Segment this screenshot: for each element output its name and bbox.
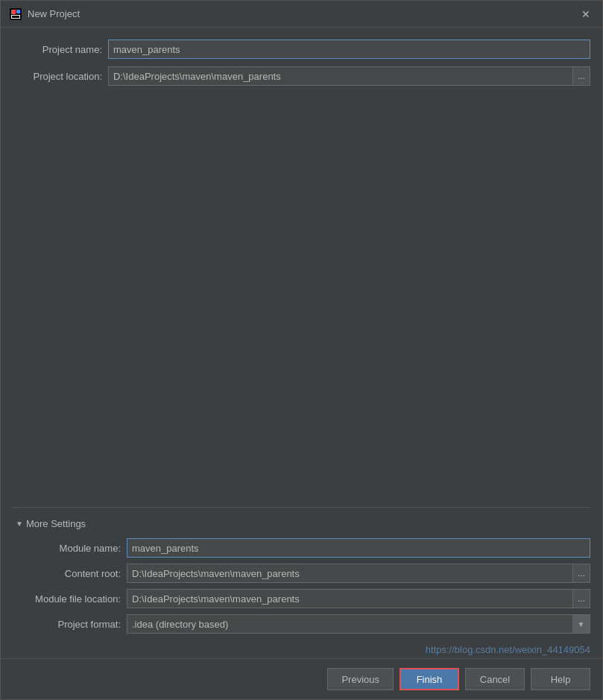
project-name-label: Project name: — [13, 44, 102, 55]
watermark: https://blog.csdn.net/weixin_44149054 — [1, 643, 602, 658]
project-format-select-wrapper: .idea (directory based) ▼ — [127, 614, 590, 634]
project-format-label: Project format: — [13, 619, 121, 630]
module-name-label: Module name: — [13, 543, 121, 554]
module-file-location-input[interactable] — [127, 589, 572, 608]
button-bar: Previous Finish Cancel Help — [1, 658, 602, 699]
more-settings-header[interactable]: ▼ More Settings — [16, 515, 590, 535]
project-format-select[interactable]: .idea (directory based) — [127, 614, 590, 634]
project-location-browse-button[interactable]: ... — [572, 66, 590, 86]
content-root-input[interactable] — [127, 564, 572, 583]
app-icon — [10, 8, 22, 20]
new-project-dialog: New Project ✕ Project name: Project loca… — [0, 0, 603, 700]
project-location-label: Project location: — [13, 71, 102, 82]
svg-rect-4 — [12, 16, 19, 18]
more-settings-arrow: ▼ — [16, 520, 23, 528]
project-format-row: Project format: .idea (directory based) … — [13, 614, 590, 634]
help-button[interactable]: Help — [531, 668, 590, 690]
more-settings-body: Module name: Content root: ... Module fi… — [13, 535, 590, 643]
dialog-title: New Project — [28, 8, 80, 19]
cancel-button[interactable]: Cancel — [465, 668, 525, 690]
module-name-input[interactable] — [127, 538, 590, 558]
project-location-input[interactable] — [108, 66, 572, 86]
dialog-content: Project name: Project location: ... ▼ Mo… — [1, 28, 602, 643]
project-location-row: Project location: ... — [13, 66, 590, 86]
project-location-field-group: ... — [108, 66, 590, 86]
svg-rect-1 — [11, 10, 16, 14]
watermark-text: https://blog.csdn.net/weixin_44149054 — [426, 644, 590, 655]
project-name-row: Project name: — [13, 40, 590, 59]
project-name-input[interactable] — [108, 40, 590, 59]
previous-button[interactable]: Previous — [327, 668, 394, 690]
module-file-location-label: Module file location: — [13, 593, 121, 605]
close-button[interactable]: ✕ — [578, 7, 593, 22]
title-bar: New Project ✕ — [1, 1, 602, 28]
content-root-browse-button[interactable]: ... — [572, 564, 590, 583]
content-spacer — [13, 93, 590, 499]
content-root-row: Content root: ... — [13, 564, 590, 583]
module-file-location-row: Module file location: ... — [13, 589, 590, 608]
more-settings-section: ▼ More Settings Module name: Content roo… — [13, 507, 590, 643]
module-file-location-field-group: ... — [127, 589, 590, 608]
finish-button[interactable]: Finish — [400, 668, 459, 690]
content-root-field-group: ... — [127, 564, 590, 583]
title-bar-left: New Project — [10, 8, 80, 20]
content-root-label: Content root: — [13, 568, 121, 579]
module-file-location-browse-button[interactable]: ... — [572, 589, 590, 608]
svg-rect-2 — [16, 10, 20, 13]
module-name-row: Module name: — [13, 538, 590, 558]
more-settings-label: More Settings — [26, 518, 86, 529]
